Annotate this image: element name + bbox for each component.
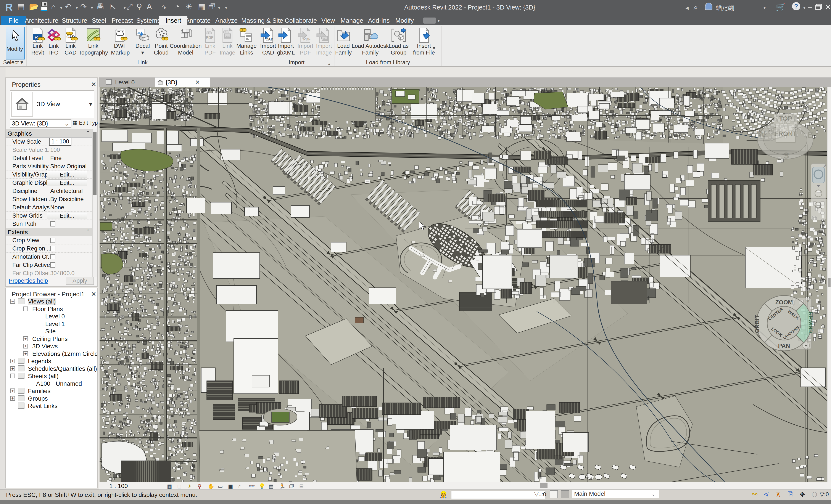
svg-text:E: E: [807, 130, 813, 140]
svg-text:ORBIT: ORBIT: [754, 315, 761, 333]
svg-text:×: ×: [824, 164, 826, 169]
svg-text:REWIND: REWIND: [808, 312, 813, 333]
svg-text:×: ×: [806, 298, 809, 304]
svg-text:S: S: [783, 151, 789, 160]
svg-text:PAN: PAN: [778, 343, 790, 349]
svg-text:W: W: [757, 129, 766, 139]
svg-text:FRONT: FRONT: [774, 130, 797, 137]
svg-text:TOP: TOP: [779, 115, 792, 122]
svg-text:ZOOM: ZOOM: [775, 299, 793, 306]
